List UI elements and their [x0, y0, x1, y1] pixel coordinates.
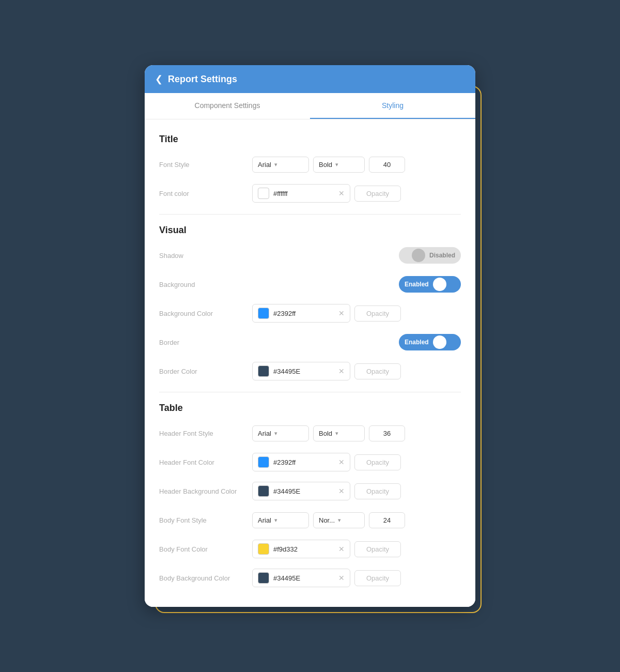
chevron-down-icon: ▾ — [274, 430, 277, 437]
body-bg-color-clear[interactable]: ✕ — [338, 574, 345, 582]
toggle-circle — [412, 249, 425, 262]
body-font-family-select[interactable]: Arial ▾ — [252, 512, 309, 528]
header-bg-color-row: Header Background Color #34495E ✕ Opacit… — [159, 481, 461, 501]
header-bg-color-field[interactable]: #34495E ✕ — [252, 482, 350, 500]
content-area: Title Font Style Arial ▾ Bold ▾ — [145, 119, 475, 607]
background-opacity-button[interactable]: Opacity — [354, 306, 401, 322]
body-bg-opacity-button[interactable]: Opacity — [354, 570, 401, 586]
chevron-down-icon: ▾ — [274, 161, 277, 168]
table-section-heading: Table — [159, 403, 461, 414]
border-opacity-button[interactable]: Opacity — [354, 363, 401, 379]
background-color-controls: #2392ff ✕ Opacity — [252, 304, 461, 323]
background-toggle[interactable]: Enabled — [399, 276, 461, 293]
body-font-weight-select[interactable]: Nor... ▾ — [313, 512, 365, 528]
header-font-weight-select[interactable]: Bold ▾ — [313, 425, 365, 441]
body-font-opacity-button[interactable]: Opacity — [354, 541, 401, 557]
panel-title: Report Settings — [168, 74, 237, 85]
chevron-down-icon: ▾ — [335, 430, 338, 437]
border-toggle-label: Enabled — [400, 337, 433, 348]
body-font-color-row: Body Font Color #f9d332 ✕ Opacity — [159, 539, 461, 559]
border-color-controls: #34495E ✕ Opacity — [252, 362, 461, 380]
title-font-color-swatch — [258, 188, 269, 199]
back-icon[interactable]: ❮ — [155, 73, 163, 85]
divider-1 — [159, 214, 461, 215]
shadow-toggle[interactable]: Disabled — [399, 247, 461, 264]
border-label: Border — [159, 339, 252, 346]
tab-component-settings[interactable]: Component Settings — [145, 93, 310, 119]
background-color-value: #2392ff — [273, 310, 334, 317]
panel-header: ❮ Report Settings — [145, 65, 475, 93]
body-font-color-field[interactable]: #f9d332 ✕ — [252, 540, 350, 558]
tab-styling[interactable]: Styling — [310, 93, 475, 119]
body-font-color-swatch — [258, 543, 269, 555]
header-bg-opacity-button[interactable]: Opacity — [354, 483, 401, 499]
header-font-color-swatch — [258, 456, 269, 468]
title-font-style-controls: Arial ▾ Bold ▾ — [252, 157, 461, 173]
header-font-size-input[interactable] — [369, 425, 405, 441]
border-color-label: Border Color — [159, 368, 252, 375]
header-font-family-select[interactable]: Arial ▾ — [252, 425, 309, 441]
title-font-weight-select[interactable]: Bold ▾ — [313, 157, 365, 173]
header-font-color-row: Header Font Color #2392ff ✕ Opacity — [159, 452, 461, 472]
title-font-color-field[interactable]: #ffffff ✕ — [252, 184, 350, 203]
body-bg-color-field[interactable]: #34495E ✕ — [252, 569, 350, 587]
border-row: Border Enabled — [159, 332, 461, 353]
body-font-color-value: #f9d332 — [273, 545, 334, 553]
header-font-opacity-button[interactable]: Opacity — [354, 454, 401, 470]
title-font-size-input[interactable] — [369, 157, 405, 173]
header-bg-color-clear[interactable]: ✕ — [338, 487, 345, 495]
background-color-row: Background Color #2392ff ✕ Opacity — [159, 303, 461, 324]
background-controls: Enabled — [252, 276, 461, 293]
background-color-field[interactable]: #2392ff ✕ — [252, 304, 350, 323]
body-font-color-controls: #f9d332 ✕ Opacity — [252, 540, 461, 558]
header-font-style-controls: Arial ▾ Bold ▾ — [252, 425, 461, 441]
divider-2 — [159, 392, 461, 392]
header-font-color-controls: #2392ff ✕ Opacity — [252, 453, 461, 471]
title-font-style-label: Font Style — [159, 161, 252, 169]
background-row: Background Enabled — [159, 274, 461, 295]
shadow-toggle-label: Disabled — [425, 250, 459, 261]
border-color-clear[interactable]: ✕ — [338, 367, 345, 375]
title-font-color-row: Font color #ffffff ✕ Opacity — [159, 183, 461, 204]
body-font-style-label: Body Font Style — [159, 516, 252, 524]
chevron-down-icon: ▾ — [335, 161, 338, 168]
header-font-color-value: #2392ff — [273, 459, 334, 466]
title-section-heading: Title — [159, 134, 461, 145]
shadow-controls: Disabled — [252, 247, 461, 264]
body-font-size-input[interactable] — [369, 512, 405, 528]
tabs-container: Component Settings Styling — [145, 93, 475, 119]
body-bg-color-value: #34495E — [273, 574, 334, 582]
title-font-opacity-button[interactable]: Opacity — [354, 186, 401, 202]
toggle-circle — [433, 278, 446, 291]
title-font-family-select[interactable]: Arial ▾ — [252, 157, 309, 173]
header-font-style-row: Header Font Style Arial ▾ Bold ▾ — [159, 423, 461, 444]
settings-panel: ❮ Report Settings Component Settings Sty… — [145, 65, 475, 607]
title-font-color-label: Font color — [159, 190, 252, 197]
border-color-value: #34495E — [273, 368, 334, 375]
body-font-style-controls: Arial ▾ Nor... ▾ — [252, 512, 461, 528]
chevron-down-icon: ▾ — [338, 517, 341, 524]
header-bg-color-swatch — [258, 485, 269, 497]
header-bg-color-controls: #34495E ✕ Opacity — [252, 482, 461, 500]
body-bg-color-row: Body Background Color #34495E ✕ Opacity — [159, 568, 461, 588]
header-font-color-field[interactable]: #2392ff ✕ — [252, 453, 350, 471]
body-font-color-clear[interactable]: ✕ — [338, 545, 345, 553]
title-font-color-controls: #ffffff ✕ Opacity — [252, 184, 461, 203]
border-color-field[interactable]: #34495E ✕ — [252, 362, 350, 380]
chevron-down-icon: ▾ — [274, 517, 277, 524]
body-font-style-row: Body Font Style Arial ▾ Nor... ▾ — [159, 510, 461, 530]
border-toggle[interactable]: Enabled — [399, 334, 461, 350]
header-font-color-clear[interactable]: ✕ — [338, 458, 345, 466]
body-font-color-label: Body Font Color — [159, 545, 252, 553]
body-bg-color-swatch — [258, 572, 269, 584]
title-font-style-row: Font Style Arial ▾ Bold ▾ — [159, 154, 461, 175]
header-font-color-label: Header Font Color — [159, 459, 252, 466]
background-color-clear[interactable]: ✕ — [338, 309, 345, 317]
border-controls: Enabled — [252, 334, 461, 350]
outer-wrapper: ❮ Report Settings Component Settings Sty… — [145, 65, 475, 607]
background-label: Background — [159, 281, 252, 288]
shadow-row: Shadow Disabled — [159, 245, 461, 266]
title-font-color-clear[interactable]: ✕ — [338, 189, 345, 197]
header-bg-color-value: #34495E — [273, 487, 334, 495]
shadow-label: Shadow — [159, 252, 252, 259]
